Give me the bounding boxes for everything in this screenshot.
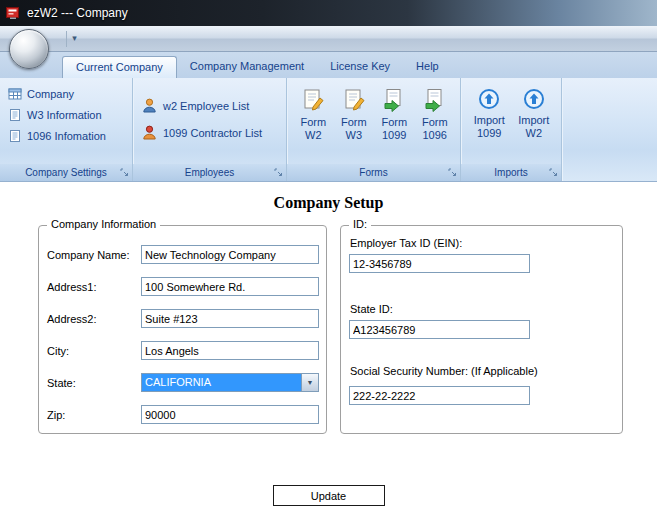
company-settings-dialog-launcher-icon[interactable]	[119, 167, 130, 178]
group-caption-employees: Employees	[133, 164, 286, 181]
ribbon-item-1096-information[interactable]: 1096 Infomation	[6, 125, 127, 146]
address1-row: Address1:	[47, 277, 319, 296]
state-id-label: State ID:	[350, 303, 393, 315]
city-row: City:	[47, 341, 319, 360]
ribbon-button-form-w3[interactable]: Form W3	[334, 83, 375, 162]
window-title: ezW2 --- Company	[27, 6, 128, 20]
forms-content: Form W2 Form	[287, 78, 460, 164]
form-1096-arrow-icon	[423, 88, 447, 112]
company-name-row: Company Name:	[47, 245, 319, 264]
form-1099-arrow-icon	[382, 88, 406, 112]
city-label: City:	[47, 345, 141, 357]
w3-document-icon	[8, 108, 22, 122]
qat-customize-icon[interactable]: ▾	[66, 31, 82, 47]
ribbon: Company W3 Information	[0, 78, 657, 182]
form-1096-label-line1: Form	[422, 116, 448, 129]
zip-input[interactable]	[141, 405, 319, 424]
employees-dialog-launcher-icon[interactable]	[273, 167, 284, 178]
imports-dialog-launcher-icon[interactable]	[548, 167, 559, 178]
tab-company-management[interactable]: Company Management	[177, 56, 317, 78]
app-window: ezW2 --- Company ▾ Current Company Compa…	[0, 0, 657, 528]
state-id-input[interactable]	[349, 320, 530, 339]
address2-label: Address2:	[47, 313, 141, 325]
state-dropdown-arrow-icon[interactable]: ▼	[301, 374, 318, 391]
zip-label: Zip:	[47, 409, 141, 421]
company-name-input[interactable]	[141, 245, 319, 264]
tab-current-company[interactable]: Current Company	[62, 56, 177, 78]
ribbon-group-employees: w2 Employee List 1099 Contractor List Em…	[133, 78, 287, 181]
form-w3-edit-icon	[342, 88, 366, 112]
ein-label: Employer Tax ID (EIN):	[350, 237, 462, 249]
address2-input[interactable]	[141, 309, 319, 328]
group-caption-company-settings: Company Settings	[0, 164, 132, 181]
import-1099-icon	[478, 88, 500, 110]
form-1099-label-line1: Form	[381, 116, 407, 129]
ribbon-button-import-w2[interactable]: Import W2	[512, 83, 557, 162]
ribbon-button-form-w2[interactable]: Form W2	[293, 83, 334, 162]
w2-employee-person-icon	[141, 97, 158, 114]
ribbon-group-imports: Import 1099 Import W2	[461, 78, 562, 181]
id-groupbox: ID: Employer Tax ID (EIN): State ID: Soc…	[340, 225, 623, 434]
state-row: State: CALIFORNIA ▼	[47, 373, 319, 392]
import-w2-label-line2: W2	[526, 127, 543, 140]
ein-input[interactable]	[349, 254, 530, 273]
ribbon-group-forms: Form W2 Form	[287, 78, 461, 181]
imports-content: Import 1099 Import W2	[461, 78, 561, 164]
state-select[interactable]: CALIFORNIA ▼	[141, 373, 319, 392]
ribbon-button-import-1099[interactable]: Import 1099	[467, 83, 512, 162]
update-button[interactable]: Update	[273, 485, 385, 506]
state-label: State:	[47, 377, 141, 389]
company-setup-panel: Company Setup Company Information Compan…	[0, 182, 657, 528]
quick-access-toolbar: ▾	[0, 26, 657, 52]
ribbon-item-w3-information-label: W3 Information	[27, 109, 102, 121]
ribbon-item-w2-employee-list-label: w2 Employee List	[163, 100, 249, 112]
import-w2-label-line1: Import	[518, 114, 549, 127]
ribbon-item-1096-information-label: 1096 Infomation	[27, 130, 106, 142]
form-w2-edit-icon	[301, 88, 325, 112]
group-caption-employees-label: Employees	[185, 167, 234, 178]
1096-document-icon	[8, 129, 22, 143]
address2-row: Address2:	[47, 309, 319, 328]
ribbon-tab-row: Current Company Company Management Licen…	[0, 52, 657, 78]
1099-contractor-person-icon	[141, 124, 158, 141]
form-w3-label-line2: W3	[346, 129, 363, 142]
group-caption-company-settings-label: Company Settings	[25, 167, 107, 178]
ribbon-item-w3-information[interactable]: W3 Information	[6, 104, 127, 125]
ribbon-item-1099-contractor-list[interactable]: 1099 Contractor List	[139, 119, 281, 146]
city-input[interactable]	[141, 341, 319, 360]
ribbon-item-1099-contractor-list-label: 1099 Contractor List	[163, 127, 262, 139]
group-caption-forms: Forms	[287, 164, 460, 181]
import-1099-label-line2: 1099	[477, 127, 501, 140]
titlebar: ezW2 --- Company	[0, 0, 657, 26]
zip-row: Zip:	[47, 405, 319, 424]
id-legend: ID:	[349, 218, 371, 230]
import-w2-icon	[523, 88, 545, 110]
ribbon-filler	[562, 78, 657, 181]
ribbon-item-w2-employee-list[interactable]: w2 Employee List	[139, 92, 281, 119]
form-1096-label-line2: 1096	[423, 129, 447, 142]
group-caption-imports-label: Imports	[494, 167, 527, 178]
form-w2-label-line1: Form	[300, 116, 326, 129]
form-1099-label-line2: 1099	[382, 129, 406, 142]
ssn-input[interactable]	[349, 386, 530, 405]
form-w3-label-line1: Form	[341, 116, 367, 129]
group-caption-forms-label: Forms	[359, 167, 387, 178]
state-selected-value: CALIFORNIA	[142, 374, 301, 391]
tab-license-key[interactable]: License Key	[317, 56, 403, 78]
ribbon-button-form-1099[interactable]: Form 1099	[374, 83, 415, 162]
ssn-label: Social Security Number: (If Applicable)	[350, 365, 538, 377]
address1-input[interactable]	[141, 277, 319, 296]
application-orb-button[interactable]	[9, 29, 49, 69]
form-w2-label-line2: W2	[305, 129, 322, 142]
import-1099-label-line1: Import	[474, 114, 505, 127]
tab-help[interactable]: Help	[403, 56, 452, 78]
ribbon-button-form-1096[interactable]: Form 1096	[415, 83, 456, 162]
page-title: Company Setup	[0, 194, 657, 212]
ribbon-item-company[interactable]: Company	[6, 83, 127, 104]
company-name-label: Company Name:	[47, 249, 141, 261]
company-information-groupbox: Company Information Company Name: Addres…	[38, 225, 327, 434]
company-table-icon	[8, 87, 22, 101]
ribbon-item-company-label: Company	[27, 88, 74, 100]
forms-dialog-launcher-icon[interactable]	[447, 167, 458, 178]
ribbon-group-company-settings: Company W3 Information	[0, 78, 133, 181]
